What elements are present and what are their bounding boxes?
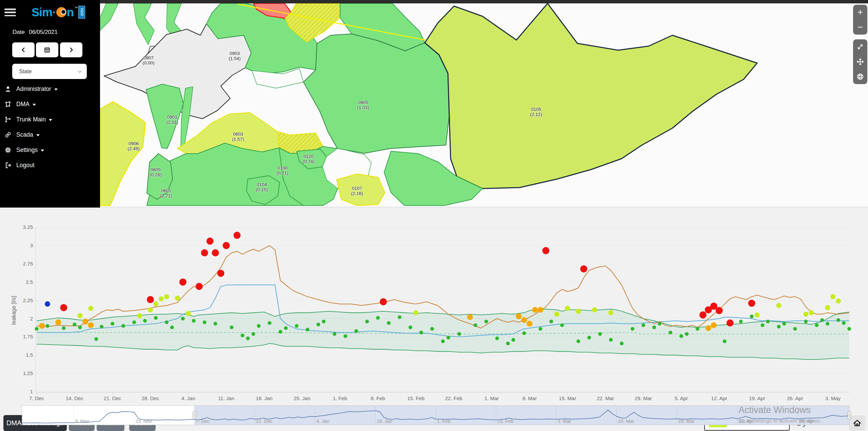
data-point <box>467 314 473 320</box>
sidebar: Sim· n ™ H2O Date 06/05/2021 <box>0 0 100 208</box>
logo-eye-icon <box>56 7 66 17</box>
watermark-line1: Activate Windows <box>738 405 811 415</box>
data-point <box>739 320 743 324</box>
data-point <box>223 242 230 249</box>
calendar-button[interactable] <box>36 42 58 57</box>
data-point <box>413 310 418 315</box>
data-point <box>212 249 219 256</box>
trunk-main-icon <box>5 116 11 123</box>
scatter-red[interactable] <box>60 232 755 327</box>
data-point <box>447 336 450 339</box>
settings-gear-icon <box>5 147 11 153</box>
sidebar-item-scada[interactable]: Scada <box>0 127 100 142</box>
scatter-yellow_green[interactable] <box>77 294 841 318</box>
prev-day-button[interactable] <box>12 42 35 57</box>
data-point <box>175 296 180 301</box>
state-select[interactable]: State <box>12 64 87 79</box>
data-point <box>88 322 94 328</box>
data-point <box>148 307 153 312</box>
globe-button[interactable] <box>853 69 867 84</box>
data-point <box>815 323 818 327</box>
data-point <box>609 338 613 341</box>
x-tick-label: 25. Jan <box>294 395 310 401</box>
navigator-label: 4. Jan <box>316 418 329 424</box>
data-point <box>542 247 549 254</box>
data-point <box>230 326 234 329</box>
data-point <box>196 283 203 290</box>
data-point <box>658 322 662 326</box>
y-tick-label: 2 <box>30 316 33 321</box>
data-point <box>696 327 699 331</box>
data-point <box>669 331 672 334</box>
dma-map[interactable]: 0907(0.00)0903(1.54)0901(2.11)0905(1.03)… <box>100 3 868 206</box>
data-point <box>201 249 208 256</box>
data-point <box>132 320 136 324</box>
data-point <box>527 321 532 327</box>
data-point <box>257 324 261 328</box>
data-point <box>203 320 206 324</box>
data-point <box>387 321 391 325</box>
data-point <box>516 314 521 319</box>
y-tick-label: 2.75 <box>23 261 33 267</box>
sidebar-item-dma[interactable]: DMA <box>0 97 100 112</box>
sidebar-item-trunk-main[interactable]: Trunk Main <box>0 112 100 127</box>
data-point <box>847 327 851 331</box>
expand-button[interactable] <box>853 39 867 54</box>
data-point <box>147 296 154 303</box>
data-point <box>164 294 169 299</box>
data-point <box>165 320 169 324</box>
logo-trademark: ™ <box>74 6 78 10</box>
y-tick-label: 3 <box>30 242 33 248</box>
scatter-blue[interactable] <box>45 301 50 307</box>
scada-link-icon <box>5 132 11 138</box>
y-tick-label: 1 <box>30 389 33 394</box>
data-point <box>587 336 591 339</box>
navigator-label: 15. Feb <box>497 418 514 424</box>
data-point <box>170 326 174 329</box>
data-point <box>620 341 624 345</box>
data-point <box>495 336 499 340</box>
pan-button[interactable] <box>853 54 867 69</box>
sidebar-item-administrator[interactable]: Administrator <box>0 81 100 97</box>
data-point <box>380 298 387 305</box>
data-point <box>716 307 723 314</box>
data-point <box>506 341 510 345</box>
data-point <box>121 324 125 328</box>
data-point <box>214 322 217 326</box>
leakage-chart: 11.251.51.7522.252.52.7533.25leakage [l/… <box>0 224 868 431</box>
data-point <box>723 339 727 343</box>
navigator-label: 23. Nov <box>135 418 152 424</box>
data-point <box>284 326 288 330</box>
data-point <box>652 326 656 329</box>
map-tool-controls <box>853 39 867 84</box>
caret-down-icon <box>36 134 40 136</box>
data-point <box>685 332 689 336</box>
globe-icon <box>856 73 864 80</box>
date-value: 06/05/2021 <box>29 29 58 36</box>
menu-hamburger-icon[interactable] <box>4 8 16 16</box>
zoom-out-button[interactable] <box>853 20 867 35</box>
data-point <box>419 331 423 334</box>
data-point <box>631 327 634 331</box>
map-zoom-controls <box>853 5 867 35</box>
calendar-icon <box>44 46 51 53</box>
data-point <box>549 320 553 324</box>
data-point <box>39 323 45 329</box>
data-point <box>278 330 282 334</box>
y-tick-label: 3.25 <box>23 224 33 230</box>
data-point <box>576 339 580 343</box>
confidence-band <box>37 309 849 359</box>
data-point <box>154 316 158 320</box>
plus-icon <box>856 8 864 16</box>
data-point <box>538 327 542 331</box>
sidebar-item-settings[interactable]: Settings <box>0 142 100 158</box>
sidebar-item-logout[interactable]: Logout <box>0 158 100 173</box>
dma-polygon-0107[interactable] <box>337 174 385 205</box>
data-point <box>143 319 147 322</box>
zoom-in-button[interactable] <box>853 5 867 20</box>
logout-icon <box>5 162 11 169</box>
data-point <box>766 320 770 324</box>
data-point <box>73 322 76 326</box>
next-day-button[interactable] <box>60 42 82 57</box>
data-point <box>592 307 597 312</box>
